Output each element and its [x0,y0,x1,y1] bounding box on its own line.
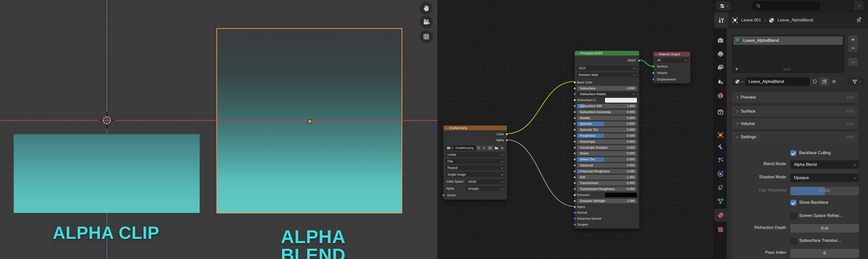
tab-tool[interactable] [714,12,728,28]
tab-output[interactable] [714,48,727,61]
input-socket[interactable] [574,223,576,226]
material-slot-selected[interactable]: Leave_AlphaBlend [734,36,843,45]
panel-settings[interactable]: Settings [732,132,858,143]
bsdf-input-row[interactable]: Clearcoat Clearcoat 0.000 [575,162,639,168]
panel-volume[interactable]: Volume [732,118,858,129]
list-resize-grip[interactable] [783,68,790,71]
cursor-3d-icon[interactable] [98,112,116,129]
input-socket[interactable] [574,194,576,196]
color-space-dropdown[interactable]: sRGB [466,179,505,184]
output-socket[interactable] [506,133,508,136]
shadow-mode-dropdown[interactable]: Opaque [790,174,859,182]
tab-particles[interactable] [714,154,727,166]
tab-constraints[interactable] [714,181,727,194]
panel-drag-grip[interactable] [846,110,854,113]
input-socket[interactable] [574,128,576,131]
input-field[interactable]: Sheen 0.000 [577,151,637,156]
input-field[interactable]: Subsurface 0.000 [577,86,637,91]
tab-material-active[interactable] [714,209,727,222]
principled-bsdf-node[interactable]: Principled BSDF BSDF GGX Random Walk Bas… [575,50,640,229]
bsdf-input-row[interactable]: Anisotropic Anisotropic 0.000 [575,139,639,145]
tab-object-data[interactable] [714,195,727,208]
bsdf-input-row[interactable]: Subsurface IOR Subsurface IOR 1.400 [575,103,639,109]
tab-view-layer[interactable] [714,61,727,74]
input-socket[interactable] [574,117,576,119]
bsdf-output-socket[interactable] [638,59,641,62]
alpha-mode-dropdown[interactable]: Straight [466,186,505,191]
tab-texture[interactable] [714,223,727,236]
add-slot-button[interactable]: + [848,35,858,44]
input-socket[interactable] [574,152,576,155]
input-socket[interactable] [574,135,576,137]
input-field[interactable]: Transmission Roughness 0.000 [577,187,637,191]
input-socket[interactable] [574,176,576,179]
screen-space-refraction-checkbox[interactable] [790,213,797,219]
output-socket[interactable] [506,139,508,142]
bsdf-input-row[interactable]: Subsurface Subsurface 0.000 [575,85,639,91]
camera-view-icon[interactable] [420,15,433,28]
unlink-material-button[interactable] [829,77,839,86]
input-socket[interactable] [652,65,655,68]
open-folder-icon[interactable] [493,145,499,150]
material-slot-list[interactable]: Leave_AlphaBlend [732,35,844,73]
input-socket[interactable] [652,78,655,81]
image-users-count[interactable]: 3 [476,145,481,150]
blend-mode-dropdown[interactable]: Alpha Blend [790,160,859,169]
collapse-icon[interactable] [655,52,658,55]
input-field[interactable]: Clearcoat Roughness 0.030 [577,169,637,174]
source-dropdown[interactable]: Single Image [445,172,505,177]
panel-preview[interactable]: Preview [732,92,858,103]
bsdf-input-row[interactable]: Metallic Metallic 0.000 [575,115,639,121]
input-field[interactable]: Subsurface IOR 1.400 [577,104,637,109]
remove-slot-button[interactable]: − [848,44,858,52]
distribution-dropdown[interactable]: GGX [577,66,637,71]
bsdf-input-row[interactable]: Sheen Sheen 0.000 [575,151,639,157]
bsdf-input-row[interactable]: Sheen Tint Sheen Tint 0.500 [575,156,639,162]
expand-filter-icon[interactable] [735,67,739,71]
breadcrumb-material[interactable]: Leave_AlphaBlend [777,18,813,23]
input-field[interactable]: Subsurface Anisotropy 0.000 [577,110,637,115]
projection-dropdown[interactable]: Flat [445,159,505,163]
bsdf-input-row[interactable]: Clearcoat Normal Clearcoat Normal [575,216,639,222]
shader-node-editor[interactable]: Gradient.png Color Alpha Gradient.png 3 [437,0,714,259]
input-socket[interactable] [574,105,576,107]
input-socket[interactable] [574,87,576,90]
input-field[interactable]: Anisotropic Rotation 0.000 [577,145,637,150]
show-backface-checkbox[interactable] [790,200,796,206]
bsdf-input-row[interactable]: Alpha Alpha [575,204,639,210]
viewport-3d[interactable]: ALPHA CLIP ALPHA BLEND [0,0,437,259]
bsdf-input-row[interactable]: Subsurface Radius Subsurface Radius [575,91,639,97]
interpolation-dropdown[interactable]: Linear [445,152,505,157]
input-socket[interactable] [574,93,576,96]
input-field[interactable]: Roughness 0.500 [577,134,637,138]
tab-object[interactable] [714,128,727,142]
input-socket[interactable] [574,212,576,214]
input-socket[interactable] [574,206,576,208]
bsdf-input-row[interactable]: Tangent Tangent [575,222,639,228]
input-field[interactable]: Anisotropic 0.000 [577,140,637,144]
input-field[interactable]: Clearcoat 0.000 [577,163,637,168]
image-browse-button[interactable] [445,145,454,150]
bsdf-input-row[interactable]: Emission Emission [575,192,639,198]
input-field[interactable]: Specular Tint 0.000 [577,127,637,132]
tab-world[interactable] [714,89,727,102]
input-socket[interactable] [574,81,576,84]
header-options-button[interactable] [854,1,864,10]
input-field[interactable]: Specular 0.500 [577,121,637,126]
input-socket[interactable] [574,182,576,184]
collapse-icon[interactable] [577,51,580,54]
input-field[interactable]: Subsurface Radius [577,92,637,97]
input-socket[interactable] [574,164,576,166]
search-input[interactable] [752,1,820,10]
tab-scene[interactable] [714,75,727,88]
panel-drag-grip[interactable] [846,122,854,125]
fake-user-shield-icon[interactable] [481,145,487,150]
input-socket[interactable] [574,99,576,101]
input-socket[interactable] [574,170,576,173]
subsurface-method-dropdown[interactable]: Random Walk [577,72,637,77]
breadcrumb-object[interactable]: Leave.001 [741,18,761,23]
bsdf-input-row[interactable]: Roughness Roughness 0.500 [575,133,639,139]
bsdf-input-row[interactable]: Specular Specular 0.500 [575,121,639,127]
pass-index-field[interactable]: 0 [790,249,859,258]
tab-collection[interactable] [714,106,727,118]
